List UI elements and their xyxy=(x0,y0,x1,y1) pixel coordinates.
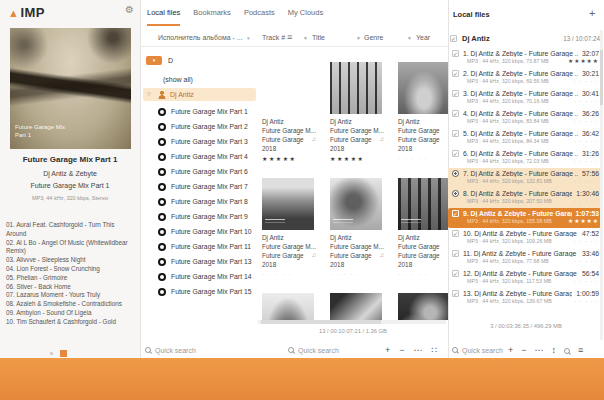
album-card[interactable]: Dj AntizFuture Garage M...Future Garage♫… xyxy=(330,62,386,162)
tab-my-clouds[interactable]: My Clouds xyxy=(288,8,323,26)
menu-hamburger-icon[interactable]: ≡ xyxy=(287,32,292,42)
track-checkbox[interactable]: ✓ xyxy=(452,50,459,57)
tree-artist-row[interactable]: ▽ Dj Antiz xyxy=(143,88,256,101)
track-checkbox[interactable]: ✓ xyxy=(452,70,459,77)
tree-album-row[interactable]: Future Garage Mix Part 3 xyxy=(158,134,258,149)
playlist-tab[interactable]: Local files xyxy=(453,10,490,19)
card-rating[interactable]: · · · · · xyxy=(262,271,318,277)
tree-album-row[interactable]: Future Garage Mix Part 13 xyxy=(158,254,258,269)
album-card[interactable] xyxy=(330,293,386,320)
add-icon[interactable]: + xyxy=(385,345,390,355)
track-rating[interactable]: · · · · · xyxy=(574,158,599,164)
album-card[interactable]: Dj AntizFuture GarageFuture Garage♫2018·… xyxy=(398,62,448,162)
track-rating[interactable]: · · · · · xyxy=(574,238,599,244)
playlist-row[interactable]: ✓9. Dj Antiz & Zebyte - Future Garage ..… xyxy=(448,208,601,228)
menu-hamburger-icon[interactable]: ≡ xyxy=(578,345,583,355)
track-checkbox[interactable]: ✓ xyxy=(452,210,459,217)
tree-album-row[interactable]: Future Garage Mix Part 1 xyxy=(158,104,258,119)
tree-album-row[interactable]: Future Garage Mix Part 6 xyxy=(158,164,258,179)
track-rating[interactable]: · · · · · xyxy=(574,178,599,184)
album-card-cover[interactable] xyxy=(398,62,448,114)
tree-search-bar[interactable]: Quick search xyxy=(145,342,255,358)
playlist-row[interactable]: ✓3. Dj Antiz & Zebyte - Future Garage ..… xyxy=(448,88,601,108)
playlist-row[interactable]: ✓1. Dj Antiz & Zebyte - Future Garage ..… xyxy=(448,48,601,68)
group-checkbox[interactable]: ✓ xyxy=(450,35,457,42)
album-card[interactable]: Dj AntizFuture Garage M...Future Garage♫… xyxy=(330,178,386,277)
filter-chip[interactable]: ▾ xyxy=(146,56,162,65)
more-options-icon[interactable]: ⋯ xyxy=(414,345,423,355)
grid-search-placeholder[interactable]: Quick search xyxy=(298,347,339,354)
playlist-group-header[interactable]: ✓ Dj Antiz 13 / 10:07:24 xyxy=(450,31,600,45)
track-checkbox[interactable]: ✓ xyxy=(452,110,459,117)
track-checkbox[interactable]: ✓ xyxy=(452,90,459,97)
album-card-cover[interactable] xyxy=(262,178,314,230)
playlist-row[interactable]: ✓12. Dj Antiz & Zebyte - Future Garage .… xyxy=(448,268,601,288)
card-rating[interactable]: ★★★★★ xyxy=(330,155,386,162)
tab-bookmarks[interactable]: Bookmarks xyxy=(193,8,231,26)
tree-album-row[interactable]: Future Garage Mix Part 7 xyxy=(158,179,258,194)
tree-album-row[interactable]: Future Garage Mix Part 14 xyxy=(158,269,258,284)
album-card[interactable] xyxy=(262,293,318,320)
track-rating[interactable]: ★★★★★ xyxy=(568,58,599,64)
album-card-cover[interactable] xyxy=(262,293,314,320)
playlist-row[interactable]: ✓10. Dj Antiz & Zebyte - Future Garage .… xyxy=(448,228,601,248)
playlist-row[interactable]: ✓11. Dj Antiz & Zebyte - Future Garage .… xyxy=(448,248,601,268)
playlist-row[interactable]: ✓2. Dj Antiz & Zebyte - Future Garage ..… xyxy=(448,68,601,88)
grid-search-bar[interactable]: Quick search xyxy=(288,342,388,358)
filter-funnel-icon[interactable]: ▼ xyxy=(407,35,412,41)
card-rating[interactable]: · · · · · xyxy=(398,271,448,277)
track-checkbox[interactable]: ✓ xyxy=(452,150,459,157)
track-checkbox[interactable]: ✓ xyxy=(452,270,459,277)
album-card-cover[interactable] xyxy=(398,178,448,230)
add-icon[interactable]: + xyxy=(508,345,513,355)
expander-icon[interactable]: ▽ xyxy=(147,91,151,97)
sort-icon[interactable]: ↕ xyxy=(552,345,557,355)
scrollbar-thumb[interactable] xyxy=(261,320,381,324)
more-options-icon[interactable]: ⋯ xyxy=(535,345,544,355)
track-checkbox[interactable]: ✓ xyxy=(452,130,459,137)
playlist-row[interactable]: ✓5. Dj Antiz & Zebyte - Future Garage ..… xyxy=(448,128,601,148)
track-checkbox[interactable]: ✓ xyxy=(452,250,459,257)
album-card[interactable]: Dj AntizFuture GarageFuture Garage♫2018·… xyxy=(398,178,448,277)
horizontal-scrollbar[interactable] xyxy=(258,320,446,324)
playlist-search-bar[interactable]: Quick search xyxy=(452,342,510,358)
track-rating[interactable]: · · · · · xyxy=(574,98,599,104)
card-rating[interactable]: · · · · · xyxy=(398,155,448,161)
tree-album-row[interactable]: Future Garage Mix Part 2 xyxy=(158,119,258,134)
tab-podcasts[interactable]: Podcasts xyxy=(244,8,275,26)
scrollbar-thumb[interactable] xyxy=(600,50,603,105)
playlist-row[interactable]: ✓4. Dj Antiz & Zebyte - Future Garage ..… xyxy=(448,108,601,128)
album-card-cover[interactable] xyxy=(262,62,314,114)
track-rating[interactable]: ★★★★★ xyxy=(568,218,599,224)
album-card-cover[interactable] xyxy=(330,62,382,114)
column-year[interactable]: Year xyxy=(416,34,430,41)
album-art[interactable]: Future Garage Mix Part 1 xyxy=(10,28,131,149)
tree-album-row[interactable]: Future Garage Mix Part 9 xyxy=(158,209,258,224)
new-playlist-icon[interactable]: + xyxy=(589,7,595,19)
playlist-row[interactable]: ✓6. Dj Antiz & Zebyte - Future Garage ..… xyxy=(448,148,601,168)
playlist-row[interactable]: ✓13. Dj Antiz & Zebyte - Future Garage .… xyxy=(448,288,601,308)
track-rating[interactable]: · · · · · xyxy=(574,198,599,204)
remove-icon[interactable]: − xyxy=(399,345,404,355)
track-rating[interactable]: · · · · · xyxy=(574,78,599,84)
tree-search-placeholder[interactable]: Quick search xyxy=(155,347,196,354)
view-grid-icon[interactable]: ∷ xyxy=(432,345,438,355)
column-track[interactable]: Track # xyxy=(262,34,285,41)
card-rating[interactable]: ★★★★★ xyxy=(262,155,318,162)
track-rating[interactable]: · · · · · xyxy=(574,258,599,264)
queue-circle-icon[interactable] xyxy=(452,190,459,197)
remove-icon[interactable]: − xyxy=(521,345,526,355)
track-rating[interactable]: · · · · · xyxy=(574,298,599,304)
album-card[interactable] xyxy=(398,293,448,320)
tree-album-row[interactable]: Future Garage Mix Part 15 xyxy=(158,284,258,299)
tree-album-row[interactable]: Future Garage Mix Part 4 xyxy=(158,149,258,164)
tree-album-row[interactable]: Future Garage Mix Part 10 xyxy=(158,224,258,239)
track-rating[interactable]: · · · · · xyxy=(574,118,599,124)
pager-active-square[interactable] xyxy=(60,350,67,357)
album-card[interactable]: Dj AntizFuture Garage M...Future Garage♫… xyxy=(262,178,318,277)
tree-album-row[interactable]: Future Garage Mix Part 8 xyxy=(158,194,258,209)
settings-gear-icon[interactable]: ⚙ xyxy=(125,4,134,15)
column-genre[interactable]: Genre xyxy=(364,34,383,41)
playlist-row[interactable]: 8. Dj Antiz & Zebyte - Future Garage ...… xyxy=(448,188,601,208)
chevron-down-icon[interactable]: ▾ xyxy=(247,35,250,41)
